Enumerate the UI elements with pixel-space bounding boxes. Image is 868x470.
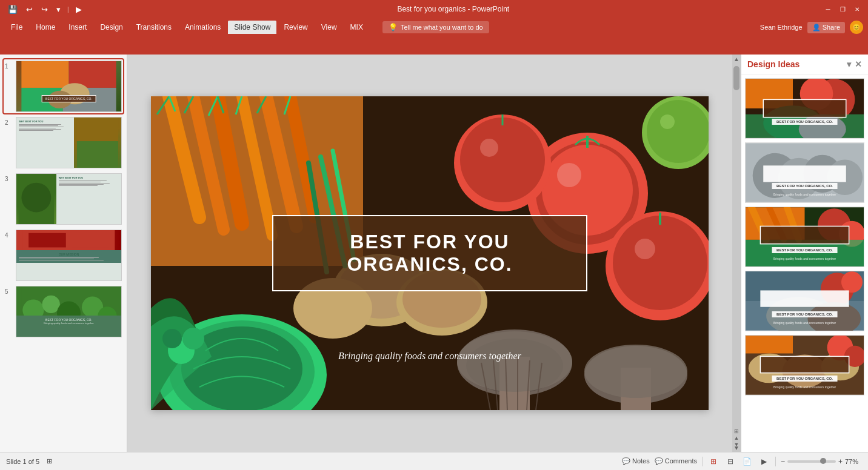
tab-animations[interactable]: Animations [179,21,227,34]
vertical-scrollbar[interactable]: ▲ ⊞ ▲ ▼ ▼ [732,55,741,452]
main-slide-title: BEST FOR YOU ORGANICS, CO. [302,231,557,276]
customize-icon[interactable]: ▾ [55,4,62,15]
slide5-overlay: BEST FOR YOU ORGANICS, CO. Bringing qual… [16,316,121,337]
tab-home[interactable]: Home [30,21,61,34]
presentation-icon: ▶ [74,4,84,15]
ribbon: File Home Insert Design Transitions Anim… [0,18,868,55]
design-idea-4[interactable]: BEST FOR YOU ORGANICS, CO. Bringing qual… [745,271,864,331]
close-design-panel[interactable]: ✕ [855,59,862,69]
slide-sorter-button[interactable]: ⊟ [724,455,736,468]
design-panel-icons[interactable]: ▾ ✕ [847,59,862,69]
fit-button[interactable]: ⊞ [734,428,739,434]
design-idea-4-sublabel: Bringing quality foods and consumers tog… [773,321,836,325]
scroll-thumb[interactable] [733,66,739,90]
tell-me-input[interactable]: 💡 Tell me what you want to do [382,21,489,33]
scroll-page-up[interactable]: ▲ [734,435,739,441]
svg-rect-0 [21,61,68,88]
design-ideas-title: Design Ideas [747,59,800,69]
main-slide-subtitle: Bringing quality foods and consumers tog… [151,351,709,362]
user-name: Sean Ethridge [760,24,803,31]
slide-title-box[interactable]: BEST FOR YOU ORGANICS, CO. [272,215,587,291]
comments-button[interactable]: 💬 Comments [655,457,697,465]
tab-slideshow[interactable]: Slide Show [228,21,276,34]
svg-rect-85 [763,99,846,117]
main-slide[interactable]: BEST FOR YOU ORGANICS, CO. Bringing qual… [151,96,709,410]
normal-view-button[interactable]: ⊞ [707,455,719,468]
tab-file[interactable]: File [5,21,28,34]
svg-rect-117 [760,356,849,372]
slide2-thumb-heading: WHY BEST FOR YOU [19,120,72,123]
design-idea-1[interactable]: BEST FOR YOU ORGANICS, CO. [745,78,864,139]
fit-slide-icon[interactable]: ⊞ [47,457,52,465]
svg-rect-7 [77,141,118,168]
svg-point-46 [635,239,655,259]
svg-rect-101 [760,226,849,243]
slide-preview-2: WHY BEST FOR YOU [16,117,122,168]
redo-icon[interactable]: ↪ [39,4,50,15]
window-controls[interactable]: ─ ❒ ✕ [823,4,862,14]
notes-button[interactable]: 💬 Notes [622,457,650,465]
tab-view[interactable]: View [315,21,343,34]
slide-info: Slide 1 of 5 [6,458,39,465]
tab-transitions[interactable]: Transitions [130,21,178,34]
scroll-down-button[interactable]: ▼ [732,443,741,452]
slide-thumb-2[interactable]: 2 WHY BEST FOR YOU [4,116,123,170]
design-idea-3[interactable]: BEST FOR YOU ORGANICS, CO. Bringing qual… [745,207,864,267]
slide-thumb-5[interactable]: 5 BEST FOR YOU ORGANICS, CO. Bringing qu… [4,285,123,339]
title-bar: 💾 ↩ ↪ ▾ | ▶ Best for you organics - Powe… [0,0,868,18]
status-bar: Slide 1 of 5 ⊞ 💬 Notes 💬 Comments ⊞ ⊟ 📄 … [0,452,868,470]
tab-review[interactable]: Review [278,21,313,34]
svg-point-15 [42,296,60,313]
zoom-slider[interactable] [787,460,836,463]
svg-point-73 [182,328,204,349]
share-button[interactable]: 👤 Share [807,22,845,33]
zoom-handle[interactable] [820,458,826,464]
zoom-area: − + 77% [781,457,862,466]
zoom-in-button[interactable]: + [838,457,843,466]
design-idea-5-sublabel: Bringing quality foods and consumers tog… [773,385,836,389]
user-avatar: 😊 [850,21,863,34]
design-ideas-list: BEST FOR YOU ORGANICS, CO. BEST FOR YOU … [741,74,868,452]
slide-num-1: 1 [5,63,12,70]
close-button[interactable]: ✕ [852,4,862,14]
slideshow-button[interactable]: ▶ [758,455,770,468]
design-idea-2[interactable]: BEST FOR YOU ORGANICS, CO. Bringing qual… [745,142,864,203]
design-ideas-header: Design Ideas ▾ ✕ [741,55,868,74]
svg-point-59 [457,331,572,392]
svg-point-42 [480,139,498,157]
svg-point-49 [647,100,709,163]
tab-mix[interactable]: MIX [344,21,369,34]
slide-num-4: 4 [5,232,12,239]
slide-panel[interactable]: 1 BEST FOR YOU ORGANIC [0,55,127,452]
scroll-up-button[interactable]: ▲ [732,55,741,63]
slide-thumb-3[interactable]: 3 WHY BEST FOR YOU [4,172,123,226]
design-idea-5-label: BEST FOR YOU ORGANICS, CO. [772,376,838,382]
collapse-icon[interactable]: ▾ [847,59,851,69]
slide-thumb-1[interactable]: 1 BEST FOR YOU ORGANIC [4,59,123,113]
minimize-button[interactable]: ─ [823,4,833,14]
slide3-thumb-heading: WHY BEST FOR YOU [59,176,119,179]
canvas-area: BEST FOR YOU ORGANICS, CO. Bringing qual… [127,55,732,452]
save-icon[interactable]: 💾 [6,4,19,15]
svg-rect-109 [760,290,849,306]
design-idea-3-sublabel: Bringing quality foods and consumers tog… [773,257,836,260]
slide-thumb-4[interactable]: 4 OUR MISSION [4,228,123,282]
svg-point-38 [557,163,581,187]
svg-point-9 [21,183,51,213]
quick-access-toolbar[interactable]: 💾 ↩ ↪ ▾ | ▶ [6,4,84,15]
zoom-out-button[interactable]: − [781,457,785,466]
svg-point-106 [841,271,863,293]
scroll-controls[interactable]: ⊞ ▲ ▼ [732,434,741,442]
user-area: Sean Ethridge 👤 Share 😊 [760,21,863,34]
design-ideas-panel: Design Ideas ▾ ✕ BES [741,55,868,452]
design-idea-5[interactable]: BEST FOR YOU ORGANICS, CO. Bringing qual… [745,335,864,396]
undo-icon[interactable]: ↩ [24,4,35,15]
tab-insert[interactable]: Insert [62,21,93,34]
tab-design[interactable]: Design [94,21,129,34]
zoom-level[interactable]: 77% [845,458,862,465]
restore-button[interactable]: ❒ [838,4,847,14]
main-layout: 1 BEST FOR YOU ORGANIC [0,55,868,452]
reading-view-button[interactable]: 📄 [741,455,753,468]
status-right: 💬 Notes 💬 Comments ⊞ ⊟ 📄 ▶ − + 77% [622,455,862,468]
window-title: Best for you organics - PowerPoint [84,5,823,13]
